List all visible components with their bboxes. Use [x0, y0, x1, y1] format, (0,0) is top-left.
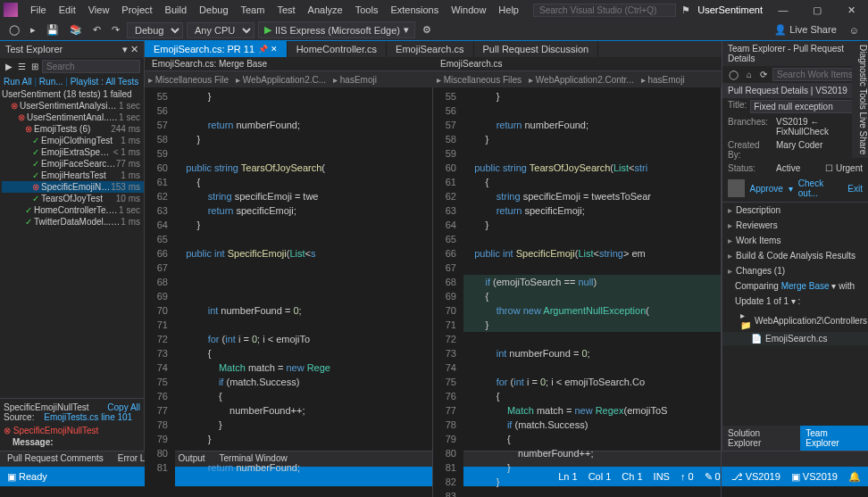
test-link[interactable]: Run...	[39, 77, 63, 87]
menu-test[interactable]: Test	[271, 3, 300, 17]
vs-logo	[4, 3, 18, 17]
tool-icon[interactable]: ⚙	[419, 22, 435, 37]
approve-button[interactable]: Approve	[750, 184, 783, 194]
file-row[interactable]: 📄 EmojiSearch.cs	[722, 332, 868, 345]
menu-team[interactable]: Team	[236, 3, 271, 17]
refresh-icon[interactable]: ⟳	[757, 69, 770, 80]
folder-row[interactable]: ▸ 📁 WebApplication2\Controllers	[722, 309, 868, 332]
back-icon[interactable]: ◯	[726, 69, 741, 80]
ready-label: ▣ Ready	[7, 471, 47, 483]
output-tab[interactable]: Pull Request Comments	[0, 451, 111, 467]
breadcrumb-item[interactable]: ▸ WebApplication2.Contr...	[529, 75, 634, 85]
minimize-icon[interactable]: —	[770, 4, 797, 15]
flag-icon[interactable]: ⚑	[681, 4, 690, 16]
test-explorer-title: Test Explorer	[5, 44, 63, 55]
maximize-icon[interactable]: ▢	[804, 4, 830, 16]
saveall-icon[interactable]: 📚	[66, 22, 86, 37]
save-icon[interactable]: 💾	[43, 22, 63, 37]
editor-tab[interactable]: HomeController.cs	[288, 41, 387, 57]
live-share-button[interactable]: 👤 Live Share	[769, 22, 842, 37]
test-node[interactable]: ⊗EmojiTests (6)244 ms	[2, 123, 144, 135]
feedback-icon[interactable]: ☺	[846, 23, 863, 37]
menu-help[interactable]: Help	[493, 3, 524, 17]
work-item-search[interactable]	[772, 68, 864, 81]
forward-icon[interactable]: ▸	[27, 22, 39, 37]
notify-icon[interactable]: 🔔	[848, 471, 861, 483]
exit-button[interactable]: Exit	[847, 184, 863, 194]
close-icon[interactable]: ✕	[838, 4, 864, 16]
source-link[interactable]: EmojiTests.cs line 101	[37, 412, 132, 422]
test-link[interactable]: Playlist : All Tests	[71, 77, 139, 87]
breadcrumb-item[interactable]: ▸ hasEmoji	[641, 75, 685, 85]
home-icon[interactable]: ⌂	[744, 69, 755, 80]
filter-icon[interactable]: ☰	[16, 60, 28, 73]
menu-debug[interactable]: Debug	[194, 3, 233, 17]
tab-solution-explorer[interactable]: Solution Explorer	[722, 426, 800, 451]
launch-button[interactable]: ▶IIS Express (Microsoft Edge)▾	[258, 21, 415, 38]
breadcrumb-item[interactable]: ▸ hasEmoji	[333, 75, 377, 85]
search-input[interactable]	[533, 4, 676, 17]
test-node[interactable]: ✓EmojiExtraSpecial...< 1 ms	[2, 146, 144, 158]
test-run-links: Run All | Run... | Playlist : All Tests	[0, 75, 144, 88]
test-node[interactable]: ⊗UserSentimentAnalysis... (18)1 sec	[2, 100, 144, 112]
tab-team-explorer[interactable]: Team Explorer	[800, 426, 868, 451]
team-section[interactable]: ▸ Description	[722, 203, 868, 218]
menu-project[interactable]: Project	[116, 3, 157, 17]
test-root[interactable]: UserSentiment (18 tests) 1 failed	[2, 88, 144, 100]
back-icon[interactable]: ◯	[5, 22, 23, 37]
test-link[interactable]: Run All	[4, 77, 32, 87]
status-value: Active	[776, 163, 822, 173]
menu-file[interactable]: File	[25, 3, 52, 17]
test-node[interactable]: ✓HomeControllerTe... (6)1 sec	[2, 204, 144, 216]
menu-view[interactable]: View	[83, 3, 115, 17]
comparing-label: Comparing	[735, 281, 779, 291]
redo-icon[interactable]: ↷	[108, 22, 123, 37]
failed-test: SpecificEmojiNullTest	[13, 426, 99, 435]
side-tool-tabs[interactable]: Diagnostic Tools Live Share	[852, 41, 868, 158]
test-node[interactable]: ✓EmojiFaceSearchTest77 ms	[2, 158, 144, 170]
test-node[interactable]: ✓EmojiClothingTest1 ms	[2, 135, 144, 146]
menu-build[interactable]: Build	[160, 3, 192, 17]
test-search-input[interactable]	[42, 60, 140, 73]
team-section[interactable]: ▸ Work Items	[722, 233, 868, 248]
team-section[interactable]: ▸ Build & Code Analysis Results	[722, 248, 868, 263]
pr-branch: VS2019	[815, 86, 847, 95]
team-section[interactable]: ▸ Reviewers	[722, 218, 868, 233]
menu-edit[interactable]: Edit	[54, 3, 81, 17]
branch[interactable]: ⎇ VS2019	[731, 471, 780, 483]
breadcrumb-item[interactable]: ▸ Miscellaneous File	[148, 75, 229, 85]
menu-analyze[interactable]: Analyze	[303, 3, 348, 17]
group-icon[interactable]: ⊞	[29, 60, 40, 73]
breadcrumb-item[interactable]: ▸ Miscellaneous Files	[437, 75, 522, 85]
test-node[interactable]: ✓EmojiHeartsTest1 ms	[2, 170, 144, 181]
test-node[interactable]: ⊗UserSentimentAnal... (18)1 sec	[2, 112, 144, 123]
menu-window[interactable]: Window	[446, 3, 491, 17]
config-select[interactable]: Debug	[127, 22, 183, 38]
test-node[interactable]: ✓TwitterDataModel... (6)1 ms	[2, 216, 144, 228]
panel-options-icon[interactable]: ▾ ✕	[122, 44, 138, 55]
editor-tab[interactable]: EmojiSearch.cs	[387, 41, 473, 57]
test-node[interactable]: ⊗SpecificEmojiNullT...153 ms	[2, 181, 144, 193]
pr-title-input[interactable]	[750, 100, 868, 113]
menu-tools[interactable]: Tools	[350, 3, 384, 17]
main-menu: FileEditViewProjectBuildDebugTeamTestAna…	[25, 3, 524, 17]
fail-icon: ⊗	[4, 426, 11, 435]
editor-tab[interactable]: Pull Request Discussion	[474, 41, 599, 57]
urgent-check[interactable]: Urgent	[836, 163, 863, 173]
subtab: EmojiSearch.cs: Merge Base	[145, 57, 433, 70]
menu-extensions[interactable]: Extensions	[385, 3, 444, 17]
merge-base-link[interactable]: Merge Base	[781, 281, 830, 291]
platform-select[interactable]: Any CPU	[187, 22, 255, 38]
run-icon[interactable]: ▶	[4, 60, 14, 73]
copy-all-link[interactable]: Copy All	[107, 402, 140, 412]
team-section[interactable]: ▸ Changes (1)	[722, 263, 868, 278]
avatar	[728, 179, 745, 197]
detail-name: SpecificEmojiNullTest	[4, 402, 89, 412]
editor-tab[interactable]: EmojiSearch.cs: PR 11 📌 ✕	[145, 41, 288, 57]
checkout-button[interactable]: Check out...	[798, 178, 843, 198]
test-node[interactable]: ✓TearsOfJoyTest10 ms	[2, 193, 144, 204]
repo[interactable]: ▣ VS2019	[791, 471, 838, 483]
undo-icon[interactable]: ↶	[89, 22, 104, 37]
breadcrumb-item[interactable]: ▸ WebApplication2.C...	[236, 75, 326, 85]
branches-label: Branches:	[728, 117, 772, 137]
